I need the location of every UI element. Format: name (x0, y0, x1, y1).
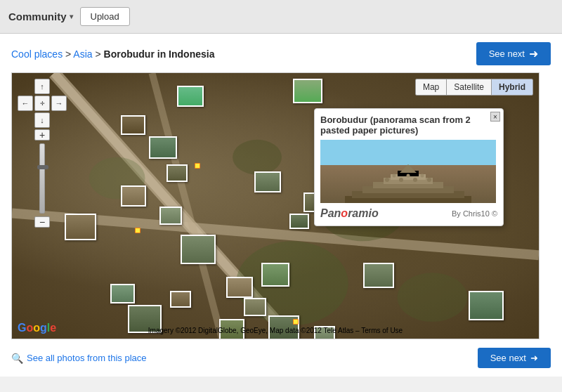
svg-point-18 (393, 174, 396, 178)
zoom-out-button[interactable]: − (34, 216, 50, 228)
photo-thumbnail[interactable] (170, 291, 191, 308)
bottom-bar: 🔍 See all photos from this place See nex… (0, 339, 562, 377)
zoom-slider[interactable] (39, 143, 45, 214)
photo-thumbnail[interactable] (254, 171, 281, 192)
pan-left-button[interactable]: ← (18, 96, 33, 111)
photo-thumbnail[interactable] (166, 164, 188, 182)
breadcrumb-row: Cool places > Asia > Borobudur in Indone… (11, 42, 551, 65)
popup-close-button[interactable]: × (490, 112, 500, 122)
photo-thumbnail[interactable] (289, 214, 309, 229)
svg-point-3 (398, 273, 468, 322)
map-marker[interactable] (293, 319, 299, 325)
photo-thumbnail[interactable] (110, 284, 135, 303)
popup-title: Borobudur (panorama scan from 2 pasted p… (320, 115, 497, 136)
breadcrumb-sep2: > (93, 48, 104, 60)
map-marker[interactable] (135, 228, 140, 233)
breadcrumb-current: Borobudur in Indonesia (104, 48, 215, 60)
photo-thumbnail[interactable] (261, 263, 289, 287)
svg-point-20 (421, 174, 424, 178)
map-type-buttons: Map Satellite Hybrid (415, 79, 533, 96)
see-next-top-button[interactable]: See next ➜ (476, 42, 551, 65)
see-all-photos-label: See all photos from this place (27, 353, 147, 363)
map-container[interactable]: ↑ ← ✛ → ↓ + − Map Satellite Hybrid (11, 72, 540, 339)
community-dropdown-icon: ▾ (70, 13, 73, 20)
breadcrumb-cool-places[interactable]: Cool places (11, 48, 63, 60)
map-type-map-button[interactable]: Map (416, 79, 447, 95)
photo-thumbnail[interactable] (65, 214, 96, 240)
see-next-bottom-arrow-icon: ➜ (530, 353, 538, 363)
photo-thumbnail[interactable] (181, 235, 216, 264)
photo-thumbnail[interactable] (121, 185, 146, 207)
map-type-satellite-button[interactable]: Satellite (447, 79, 492, 95)
photo-thumbnail[interactable] (149, 136, 177, 159)
photo-popup: × Borobudur (panorama scan from 2 pasted… (314, 108, 504, 226)
photo-thumbnail[interactable] (293, 79, 322, 103)
svg-point-19 (407, 174, 410, 178)
pan-down-button[interactable]: ↓ (34, 112, 50, 128)
see-all-photos-link[interactable]: 🔍 See all photos from this place (11, 353, 147, 364)
popup-author: By Chris10 © (452, 209, 497, 218)
breadcrumb: Cool places > Asia > Borobudur in Indone… (11, 48, 214, 60)
popup-footer: Panoramio By Chris10 © (320, 207, 497, 220)
svg-point-14 (385, 178, 389, 182)
svg-point-16 (413, 178, 417, 182)
svg-point-15 (399, 178, 403, 182)
svg-point-17 (427, 178, 431, 182)
map-attribution: Imagery ©2012 DigitalGlobe, GeoEye, Map … (12, 327, 539, 334)
search-icon: 🔍 (11, 353, 23, 364)
popup-image (320, 140, 496, 203)
breadcrumb-asia[interactable]: Asia (73, 48, 92, 60)
zoom-handle[interactable] (37, 165, 48, 169)
map-type-hybrid-button[interactable]: Hybrid (492, 79, 532, 95)
community-menu-button[interactable]: Community ▾ (8, 11, 73, 22)
breadcrumb-sep1: > (63, 48, 73, 60)
main-content: Cool places > Asia > Borobudur in Indone… (0, 34, 562, 339)
see-next-top-label: See next (489, 48, 525, 59)
community-label: Community (8, 11, 67, 22)
see-next-bottom-button[interactable]: See next ➜ (478, 348, 551, 368)
photo-thumbnail[interactable] (159, 207, 182, 225)
map-controls: ↑ ← ✛ → ↓ + − (18, 79, 67, 228)
borobudur-image (338, 164, 478, 203)
map-marker[interactable] (195, 163, 200, 169)
see-next-bottom-label: See next (490, 353, 526, 363)
pan-center-button[interactable]: ✛ (34, 96, 50, 111)
photo-thumbnail[interactable] (177, 86, 204, 107)
see-next-top-arrow-icon: ➜ (529, 47, 538, 60)
zoom-in-button[interactable]: + (34, 129, 50, 141)
photo-thumbnail[interactable] (363, 263, 394, 288)
photo-thumbnail[interactable] (226, 277, 253, 298)
pan-right-button[interactable]: → (51, 96, 67, 111)
photo-thumbnail[interactable] (469, 291, 504, 320)
svg-point-4 (233, 140, 282, 175)
svg-marker-13 (400, 164, 417, 173)
photo-thumbnail[interactable] (244, 298, 266, 316)
panoramio-logo: Panoramio (320, 207, 379, 220)
photo-thumbnail[interactable] (121, 115, 145, 135)
top-navigation: Community ▾ Upload (0, 0, 562, 34)
pan-up-button[interactable]: ↑ (34, 79, 50, 94)
upload-button[interactable]: Upload (80, 7, 130, 26)
